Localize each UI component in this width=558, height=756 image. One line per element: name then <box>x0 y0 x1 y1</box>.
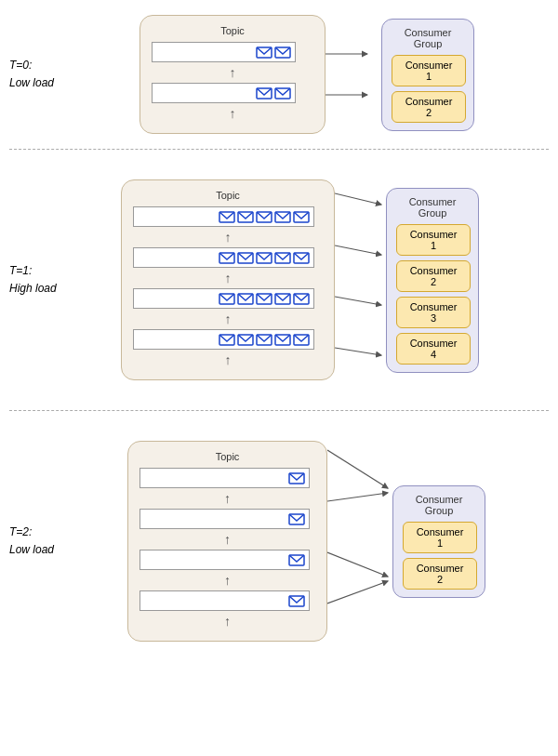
email-icon <box>274 211 291 223</box>
arrow-t0-2: ↑ <box>152 107 313 120</box>
section-t1: T=1: High load Topic ↑ ↑ <box>0 150 558 410</box>
partition-bar-t1-3 <box>133 288 314 309</box>
connectors-t2 <box>327 430 392 653</box>
topic-label-t0: Topic <box>152 25 313 36</box>
partition-t1-2 <box>133 247 323 268</box>
email-icon <box>274 293 291 305</box>
cg-label-t0: Consumer Group <box>392 27 464 49</box>
section-t0: T=0: Low load Topic ↑ ↑ <box>0 0 558 149</box>
email-icon <box>219 252 235 264</box>
partition-bar-t0-2 <box>152 83 296 103</box>
time-t1-line1: T=1: <box>9 264 32 277</box>
time-t0-line2: Low load <box>9 76 54 89</box>
email-icon <box>256 211 272 223</box>
email-icon <box>237 293 254 305</box>
partition-t2-2 <box>140 509 315 529</box>
time-t1-line2: High load <box>9 282 57 295</box>
email-icon <box>274 334 291 346</box>
email-icon <box>256 87 272 99</box>
svg-line-29 <box>335 348 381 355</box>
consumer-t0-2: Consumer 2 <box>392 91 466 123</box>
topic-box-t2: Topic ↑ ↑ ↑ ↑ <box>127 441 327 642</box>
topic-box-t1: Topic ↑ ↑ <box>121 179 335 380</box>
email-icon <box>237 334 254 346</box>
partition-t0-1 <box>152 42 313 62</box>
partition-bar-t2-1 <box>140 468 310 488</box>
consumer-t1-4: Consumer 4 <box>396 333 471 365</box>
topic-box-t0: Topic ↑ ↑ <box>140 15 326 134</box>
time-label-t0: T=0: Low load <box>9 57 84 92</box>
consumer-t2-1: Consumer 1 <box>403 522 477 553</box>
partition-bar-t1-2 <box>133 247 314 268</box>
partition-bar-t0-1 <box>152 42 296 62</box>
partition-bar-t1-1 <box>133 206 314 227</box>
partition-t2-4 <box>140 590 315 611</box>
email-icon <box>274 252 291 264</box>
cg-label-t1: Consumer Group <box>396 196 469 219</box>
email-icon <box>219 211 235 223</box>
connectors-t1 <box>335 173 386 387</box>
email-icon <box>274 87 291 99</box>
topic-label-t1: Topic <box>133 190 323 201</box>
svg-line-28 <box>335 297 381 305</box>
email-icon <box>237 252 254 264</box>
email-icon <box>288 472 305 484</box>
time-t2-line2: Low load <box>9 543 54 556</box>
svg-line-37 <box>327 581 388 603</box>
time-t0-line1: T=0: <box>9 59 32 72</box>
partition-t1-1 <box>133 206 323 227</box>
partition-t2-1 <box>140 468 315 488</box>
email-icon <box>293 334 310 346</box>
email-icon <box>256 293 272 305</box>
email-icon <box>256 46 272 59</box>
partition-t0-2 <box>152 83 313 103</box>
consumer-group-t1: Consumer Group Consumer 1 Consumer 2 Con… <box>386 188 479 373</box>
time-label-t2: T=2: Low load <box>9 524 84 559</box>
svg-line-26 <box>335 193 381 205</box>
consumer-t1-2: Consumer 2 <box>396 260 471 292</box>
email-icon <box>219 293 235 305</box>
email-icon <box>288 554 305 566</box>
partition-t1-3 <box>133 288 323 309</box>
svg-line-34 <box>327 450 388 488</box>
email-icon <box>288 595 305 607</box>
svg-line-35 <box>327 493 388 501</box>
partition-bar-t2-4 <box>140 590 310 611</box>
partition-bar-t1-4 <box>133 329 314 350</box>
time-label-t1: T=1: High load <box>9 262 84 298</box>
svg-line-36 <box>327 552 388 577</box>
email-icon <box>256 252 272 264</box>
email-icon <box>293 211 310 223</box>
email-icon <box>256 334 272 346</box>
arrow-t0-1: ↑ <box>152 66 313 79</box>
connectors-t0 <box>326 28 381 121</box>
email-icon <box>288 513 305 525</box>
time-t2-line1: T=2: <box>9 525 32 538</box>
email-icon <box>219 334 235 346</box>
section-t2: T=2: Low load Topic ↑ ↑ ↑ ↑ <box>0 411 558 671</box>
cg-label-t2: Consumer Group <box>403 494 475 516</box>
topic-label-t2: Topic <box>140 451 315 462</box>
consumer-t1-1: Consumer 1 <box>396 224 471 256</box>
consumer-t2-2: Consumer 2 <box>403 558 477 590</box>
partition-bar-t2-2 <box>140 509 310 529</box>
email-icon <box>237 211 254 223</box>
email-icon <box>293 252 310 264</box>
consumer-group-t0: Consumer Group Consumer 1 Consumer 2 <box>381 19 474 131</box>
partition-bar-t2-3 <box>140 550 310 570</box>
consumer-t0-1: Consumer 1 <box>392 55 466 86</box>
svg-line-27 <box>335 245 381 255</box>
partition-t1-4 <box>133 329 323 350</box>
consumer-group-t2: Consumer Group Consumer 1 Consumer 2 <box>392 485 485 598</box>
consumer-t1-3: Consumer 3 <box>396 297 471 328</box>
email-icon <box>293 293 310 305</box>
email-icon <box>274 46 291 59</box>
partition-t2-3 <box>140 550 315 570</box>
